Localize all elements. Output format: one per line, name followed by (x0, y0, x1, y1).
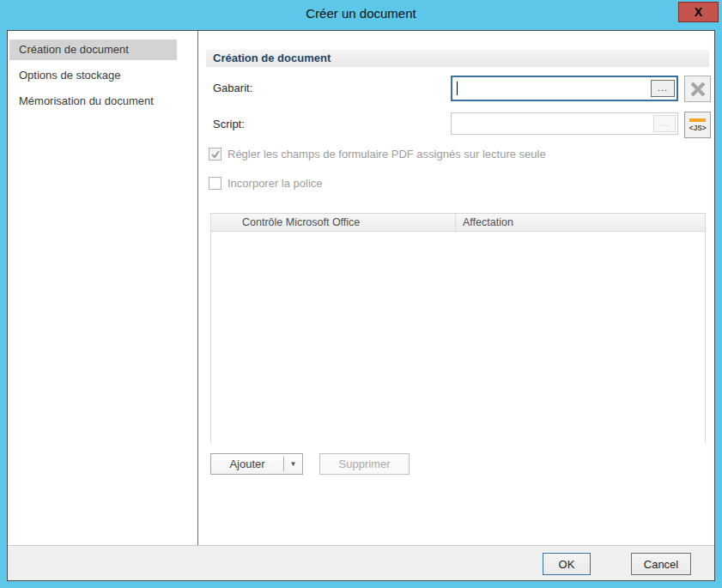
gabarit-label: Gabarit: (213, 82, 252, 94)
script-js-editor-button[interactable]: <JS> (684, 112, 711, 138)
embed-font-checkbox[interactable] (209, 177, 221, 190)
sidebar-item-options-de-stockage[interactable]: Options de stockage (9, 65, 177, 86)
script-input[interactable]: ... (451, 112, 678, 135)
dialog-body: Création de document Options de stockage… (7, 30, 715, 581)
section-title: Création de document (206, 50, 709, 67)
main-panel: Création de document Gabarit: ... Script… (198, 31, 714, 545)
add-split-button[interactable]: Ajouter ▼ (210, 453, 303, 475)
remove-button[interactable]: Supprimer (319, 453, 410, 475)
embed-font-checkbox-row: Incorporer la police (209, 177, 323, 190)
readonly-fields-checkbox-row: Régler les champs de formulaire PDF assi… (209, 148, 546, 161)
dropdown-arrow-icon[interactable]: ▼ (284, 454, 302, 474)
text-cursor (457, 82, 458, 95)
js-icon-accent-bar (689, 118, 706, 122)
gabarit-clear-button[interactable] (684, 76, 711, 102)
controls-table: Contrôle Microsoft Office Affectation (210, 213, 706, 443)
gabarit-input[interactable]: ... (451, 76, 678, 101)
ok-button[interactable]: OK (543, 553, 591, 575)
readonly-fields-checkbox[interactable] (209, 148, 221, 161)
embed-font-checkbox-label: Incorporer la police (228, 177, 323, 190)
add-button-label: Ajouter (211, 454, 283, 474)
script-browse-button[interactable]: ... (653, 115, 676, 132)
dialog-window: Créer un document X Création de document… (0, 0, 722, 588)
close-icon: X (695, 5, 702, 19)
checkmark-icon (210, 149, 221, 160)
readonly-fields-checkbox-label: Régler les champs de formulaire PDF assi… (228, 148, 546, 161)
js-icon: <JS> (689, 124, 707, 132)
close-button[interactable]: X (678, 2, 719, 22)
controls-table-body[interactable] (211, 232, 705, 443)
sidebar-nav: Création de document Options de stockage… (8, 31, 198, 545)
column-header-controle-microsoft-office[interactable]: Contrôle Microsoft Office (211, 214, 456, 231)
cancel-button[interactable]: Cancel (631, 553, 691, 575)
sidebar-item-memorisation-du-document[interactable]: Mémorisation du document (9, 91, 177, 112)
column-header-affectation[interactable]: Affectation (456, 214, 705, 231)
sidebar-item-creation-de-document[interactable]: Création de document (9, 39, 177, 60)
controls-table-header: Contrôle Microsoft Office Affectation (211, 214, 705, 232)
script-label: Script: (213, 118, 245, 130)
gabarit-browse-button[interactable]: ... (651, 80, 675, 97)
title-bar: Créer un document X (0, 0, 722, 30)
window-title: Créer un document (0, 6, 722, 21)
dialog-footer: OK Cancel (8, 545, 714, 580)
clear-x-icon (689, 81, 707, 98)
